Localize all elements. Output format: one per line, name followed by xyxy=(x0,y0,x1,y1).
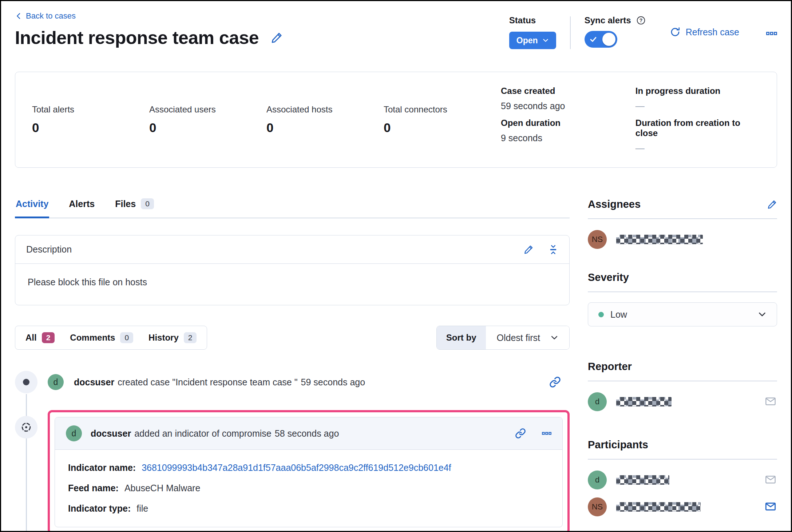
reporter-section: Reporter d xyxy=(588,361,777,411)
indicator-name-row: Indicator name: 3681099993b4b347a28a91d1… xyxy=(68,462,549,473)
sort-order-select[interactable]: Oldest first xyxy=(486,326,569,349)
redacted-username xyxy=(616,235,703,244)
pencil-icon xyxy=(523,245,534,255)
copy-link-button[interactable] xyxy=(515,428,526,439)
toggle-knob xyxy=(602,33,615,46)
email-user-button[interactable] xyxy=(764,501,777,513)
comment-action: added an indicator of compromise xyxy=(134,428,272,439)
avatar: d xyxy=(588,471,607,489)
indicator-details: Indicator name: 3681099993b4b347a28a91d1… xyxy=(55,450,562,527)
case-summary-panel: Total alerts 0 Associated users 0 Associ… xyxy=(15,72,777,168)
sync-alerts-block: Sync alerts ? xyxy=(585,15,646,48)
description-body: Please block this file on hosts xyxy=(15,264,569,305)
sort-control: Sort by Oldest first xyxy=(436,326,570,350)
metric-total-alerts: Total alerts 0 xyxy=(32,104,149,135)
link-icon xyxy=(515,428,526,439)
edit-assignees-button[interactable] xyxy=(767,199,777,210)
divider xyxy=(588,381,777,381)
tab-files[interactable]: Files 0 xyxy=(114,198,155,218)
fold-icon xyxy=(548,245,558,255)
boxes-horizontal-icon xyxy=(766,29,777,38)
sort-order-value: Oldest first xyxy=(497,333,540,343)
collapse-description-button[interactable] xyxy=(548,245,558,255)
indicator-type-row: Indicator type: file xyxy=(68,503,549,514)
timeline-event-indicator: d docsuser added an indicator of comprom… xyxy=(15,410,570,532)
help-icon[interactable]: ? xyxy=(636,16,646,25)
comment-header-text: docsuser added an indicator of compromis… xyxy=(91,428,339,439)
indicator-name-link[interactable]: 3681099993b4b347a28a91d1f57aaa06b5af2998… xyxy=(142,462,451,473)
chevron-left-icon xyxy=(15,12,22,20)
sync-alerts-toggle[interactable] xyxy=(585,31,617,48)
comment-actions-menu-button[interactable] xyxy=(542,429,551,438)
avatar: NS xyxy=(588,497,607,516)
back-to-cases-link[interactable]: Back to cases xyxy=(15,11,76,21)
filter-history[interactable]: History 2 xyxy=(148,332,197,343)
creation-to-close-label: Duration from creation to close xyxy=(635,118,760,138)
participant-row: d xyxy=(588,471,777,489)
creation-to-close-value: — xyxy=(635,143,760,154)
refresh-case-button[interactable]: Refresh case xyxy=(670,27,739,37)
metric-associated-hosts: Associated hosts 0 xyxy=(266,104,384,135)
filter-comments[interactable]: Comments 0 xyxy=(70,332,133,343)
history-count-badge: 2 xyxy=(184,332,197,343)
envelope-icon xyxy=(764,396,777,407)
activity-filter-group: All 2 Comments 0 History 2 xyxy=(15,326,207,350)
avatar: NS xyxy=(588,230,607,249)
page-header: Back to cases Incident response team cas… xyxy=(15,11,777,49)
avatar: d xyxy=(48,374,64,390)
comment-username: docsuser xyxy=(91,428,131,439)
case-duration-details: Case created 59 seconds ago Open duratio… xyxy=(501,86,760,154)
title-row: Incident response team case xyxy=(15,28,283,48)
case-tabs: Activity Alerts Files 0 xyxy=(15,198,570,218)
header-divider xyxy=(570,16,571,49)
tab-alerts[interactable]: Alerts xyxy=(68,198,95,218)
email-user-button[interactable] xyxy=(764,474,777,487)
case-actions-menu-button[interactable] xyxy=(766,29,777,38)
timeline-event-created: d docsuser created case "Incident respon… xyxy=(15,371,570,393)
comments-count-badge: 0 xyxy=(120,332,133,343)
edit-title-button[interactable] xyxy=(270,32,283,44)
header-actions: Status Open Sync alerts ? xyxy=(509,11,777,49)
redacted-username xyxy=(616,502,701,512)
timeline-node xyxy=(15,371,37,393)
assignees-title: Assignees xyxy=(588,198,641,210)
event-username: docsuser xyxy=(74,377,114,388)
link-icon xyxy=(549,376,561,388)
edit-description-button[interactable] xyxy=(523,245,534,255)
chevron-down-icon xyxy=(542,37,549,44)
email-user-button[interactable] xyxy=(764,396,777,408)
activity-timeline: d docsuser created case "Incident respon… xyxy=(15,371,570,532)
in-progress-duration-label: In progress duration xyxy=(635,86,760,96)
check-icon xyxy=(589,35,597,43)
pencil-icon xyxy=(270,32,283,44)
files-count-badge: 0 xyxy=(141,198,154,209)
divider xyxy=(588,218,777,219)
comment-card: d docsuser added an indicator of comprom… xyxy=(55,417,563,527)
severity-title: Severity xyxy=(588,271,629,283)
chevron-down-icon xyxy=(758,310,767,319)
tab-activity[interactable]: Activity xyxy=(15,198,49,218)
envelope-icon xyxy=(764,501,777,512)
back-to-cases-label: Back to cases xyxy=(26,11,76,21)
comment-header: d docsuser added an indicator of comprom… xyxy=(55,417,562,450)
participants-section: Participants d NS xyxy=(588,439,777,516)
envelope-icon xyxy=(764,474,777,485)
status-block: Status Open xyxy=(509,15,556,49)
svg-text:?: ? xyxy=(639,17,642,23)
filter-all[interactable]: All 2 xyxy=(25,332,55,343)
header-left: Back to cases Incident response team cas… xyxy=(15,11,283,49)
copy-link-button[interactable] xyxy=(549,376,561,388)
participants-title: Participants xyxy=(588,439,648,451)
sync-alerts-label: Sync alerts xyxy=(585,15,631,26)
redacted-username xyxy=(616,475,669,485)
highlighted-comment: d docsuser added an indicator of comprom… xyxy=(48,410,570,532)
timeline-node xyxy=(15,416,37,438)
divider xyxy=(588,291,777,292)
in-progress-duration-value: — xyxy=(635,100,760,111)
metric-associated-users: Associated users 0 xyxy=(149,104,266,135)
severity-select[interactable]: Low xyxy=(588,302,777,326)
crosshair-icon xyxy=(20,421,33,434)
assignee-row: NS xyxy=(588,230,777,249)
main-column: Activity Alerts Files 0 Description xyxy=(15,198,570,532)
status-dropdown-button[interactable]: Open xyxy=(509,32,556,49)
